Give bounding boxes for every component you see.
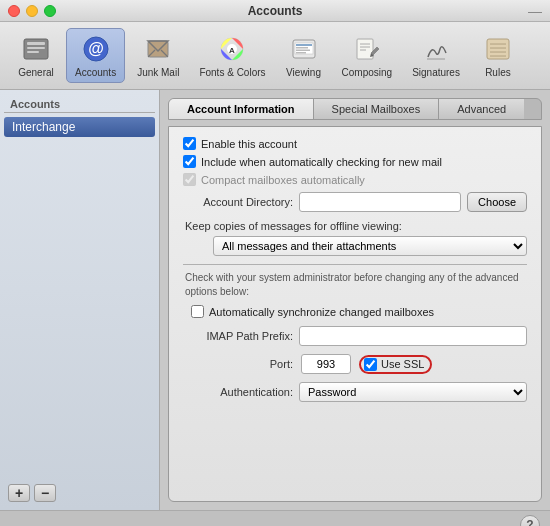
svg-rect-3 bbox=[27, 51, 39, 53]
toolbar-fonts-colors[interactable]: A Fonts & Colors bbox=[191, 29, 273, 82]
account-directory-row: Account Directory: Choose bbox=[183, 192, 527, 212]
sidebar-item-interchange[interactable]: Interchange bbox=[4, 117, 155, 137]
port-label: Port: bbox=[183, 358, 293, 370]
junk-mail-icon bbox=[142, 33, 174, 65]
toolbar-accounts[interactable]: @ Accounts bbox=[66, 28, 125, 83]
authentication-label: Authentication: bbox=[183, 386, 293, 398]
enable-account-checkbox[interactable] bbox=[183, 137, 196, 150]
window-controls bbox=[8, 5, 56, 17]
accounts-icon: @ bbox=[80, 33, 112, 65]
composing-label: Composing bbox=[342, 67, 393, 78]
remove-account-button[interactable]: − bbox=[34, 484, 56, 502]
svg-rect-2 bbox=[27, 47, 45, 49]
compact-mailboxes-row: Compact mailboxes automatically bbox=[183, 173, 527, 186]
authentication-select[interactable]: Password MD5 Challenge-Response NTLM Ker… bbox=[299, 382, 527, 402]
authentication-row: Authentication: Password MD5 Challenge-R… bbox=[183, 382, 527, 402]
minimize-button[interactable] bbox=[26, 5, 38, 17]
svg-rect-17 bbox=[296, 50, 310, 52]
auto-sync-label: Automatically synchronize changed mailbo… bbox=[209, 306, 434, 318]
general-icon bbox=[20, 33, 52, 65]
account-directory-label: Account Directory: bbox=[183, 196, 293, 208]
toolbar-signatures[interactable]: Signatures bbox=[404, 29, 468, 82]
accounts-label: Accounts bbox=[75, 67, 116, 78]
compact-mailboxes-label: Compact mailboxes automatically bbox=[201, 174, 365, 186]
help-button[interactable]: ? bbox=[520, 515, 540, 527]
use-ssl-checkbox[interactable] bbox=[364, 358, 377, 371]
add-account-button[interactable]: + bbox=[8, 484, 30, 502]
window-title: Accounts bbox=[248, 4, 303, 18]
signatures-icon bbox=[420, 33, 452, 65]
content-area: Account Information Special Mailboxes Ad… bbox=[160, 90, 550, 510]
svg-rect-15 bbox=[296, 44, 312, 46]
toolbar: General @ Accounts Junk Mail bbox=[0, 22, 550, 90]
composing-icon bbox=[351, 33, 383, 65]
include-checking-label: Include when automatically checking for … bbox=[201, 156, 442, 168]
close-button[interactable] bbox=[8, 5, 20, 17]
include-checking-row: Include when automatically checking for … bbox=[183, 155, 527, 168]
rules-icon bbox=[482, 33, 514, 65]
imap-path-label: IMAP Path Prefix: bbox=[183, 330, 293, 342]
bottom-bar: ? bbox=[0, 510, 550, 526]
choose-button[interactable]: Choose bbox=[467, 192, 527, 212]
svg-rect-18 bbox=[296, 52, 306, 54]
port-input[interactable] bbox=[301, 354, 351, 374]
junk-mail-label: Junk Mail bbox=[137, 67, 179, 78]
tab-account-information[interactable]: Account Information bbox=[169, 99, 314, 119]
offline-select[interactable]: All messages and their attachments All m… bbox=[213, 236, 527, 256]
toolbar-rules[interactable]: Rules bbox=[472, 29, 524, 82]
tab-advanced[interactable]: Advanced bbox=[439, 99, 524, 119]
divider bbox=[183, 264, 527, 265]
viewing-label: Viewing bbox=[286, 67, 321, 78]
toolbar-viewing[interactable]: Viewing bbox=[278, 29, 330, 82]
toolbar-general[interactable]: General bbox=[10, 29, 62, 82]
compact-mailboxes-checkbox bbox=[183, 173, 196, 186]
viewing-icon bbox=[288, 33, 320, 65]
enable-account-label: Enable this account bbox=[201, 138, 297, 150]
include-checking-checkbox[interactable] bbox=[183, 155, 196, 168]
fonts-colors-icon: A bbox=[216, 33, 248, 65]
enable-account-row: Enable this account bbox=[183, 137, 527, 150]
main-layout: Accounts Interchange + − Account Informa… bbox=[0, 90, 550, 510]
port-row: Port: Use SSL bbox=[183, 354, 527, 374]
sidebar-footer: + − bbox=[4, 480, 155, 506]
sidebar-header: Accounts bbox=[4, 94, 155, 113]
imap-path-input[interactable] bbox=[299, 326, 527, 346]
account-directory-input[interactable] bbox=[299, 192, 461, 212]
svg-rect-1 bbox=[27, 42, 45, 45]
offline-section-label: Keep copies of messages for offline view… bbox=[183, 220, 527, 232]
svg-text:@: @ bbox=[88, 40, 104, 57]
offline-select-row: All messages and their attachments All m… bbox=[183, 236, 527, 256]
signatures-label: Signatures bbox=[412, 67, 460, 78]
ssl-highlight: Use SSL bbox=[359, 355, 432, 374]
auto-sync-row: Automatically synchronize changed mailbo… bbox=[183, 305, 527, 318]
panel: Enable this account Include when automat… bbox=[168, 126, 542, 502]
svg-text:A: A bbox=[230, 46, 236, 55]
window-dash[interactable]: — bbox=[528, 3, 542, 19]
toolbar-composing[interactable]: Composing bbox=[334, 29, 401, 82]
tab-special-mailboxes[interactable]: Special Mailboxes bbox=[314, 99, 440, 119]
imap-path-row: IMAP Path Prefix: bbox=[183, 326, 527, 346]
rules-label: Rules bbox=[485, 67, 511, 78]
auto-sync-checkbox[interactable] bbox=[191, 305, 204, 318]
maximize-button[interactable] bbox=[44, 5, 56, 17]
use-ssl-label: Use SSL bbox=[381, 358, 424, 370]
sidebar: Accounts Interchange + − bbox=[0, 90, 160, 510]
window: Accounts — General @ bbox=[0, 0, 550, 526]
general-label: General bbox=[18, 67, 54, 78]
toolbar-junk-mail[interactable]: Junk Mail bbox=[129, 29, 187, 82]
tab-bar: Account Information Special Mailboxes Ad… bbox=[168, 98, 542, 120]
fonts-colors-label: Fonts & Colors bbox=[199, 67, 265, 78]
admin-note: Check with your system administrator bef… bbox=[183, 271, 527, 299]
svg-rect-16 bbox=[296, 47, 308, 49]
title-bar: Accounts — bbox=[0, 0, 550, 22]
